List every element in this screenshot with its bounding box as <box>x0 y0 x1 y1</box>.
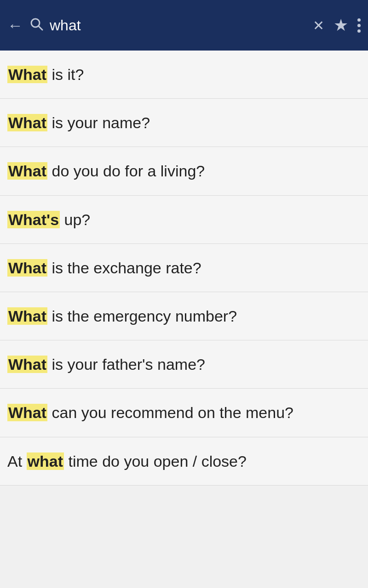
highlight: What <box>7 114 47 131</box>
result-text: What can you recommend on the menu? <box>7 404 293 421</box>
list-item[interactable]: At what time do you open / close? <box>0 437 368 486</box>
more-options-button[interactable] <box>357 18 361 33</box>
result-text: What's up? <box>7 211 90 228</box>
highlight: What <box>7 259 47 277</box>
result-text: What is it? <box>7 66 84 83</box>
list-item[interactable]: What do you do for a living? <box>0 147 368 195</box>
result-text: What is your father's name? <box>7 356 205 373</box>
header-actions: ✕ ★ <box>313 16 361 35</box>
list-item[interactable]: What is the exchange rate? <box>0 244 368 292</box>
highlight: What <box>7 66 47 83</box>
list-item[interactable]: What can you recommend on the menu? <box>0 389 368 437</box>
search-results: What is it? What is your name? What do y… <box>0 51 368 486</box>
search-icon <box>29 17 43 34</box>
clear-button[interactable]: ✕ <box>313 17 324 34</box>
result-text: What do you do for a living? <box>7 162 205 180</box>
result-text: What is your name? <box>7 114 150 131</box>
highlight: What <box>7 162 47 180</box>
result-text: What is the emergency number? <box>7 307 237 325</box>
list-item[interactable]: What is the emergency number? <box>0 292 368 340</box>
search-input[interactable] <box>50 17 306 34</box>
list-item[interactable]: What is your father's name? <box>0 340 368 389</box>
highlight: What <box>7 307 47 325</box>
bookmark-button[interactable]: ★ <box>334 16 348 35</box>
list-item[interactable]: What's up? <box>0 196 368 244</box>
highlight: What <box>7 356 47 373</box>
list-item[interactable]: What is it? <box>0 51 368 99</box>
highlight: What's <box>7 211 60 228</box>
list-item[interactable]: What is your name? <box>0 99 368 147</box>
back-button[interactable]: ← <box>7 17 23 34</box>
highlight: What <box>7 404 47 421</box>
search-header: ← ✕ ★ <box>0 0 368 51</box>
result-text: What is the exchange rate? <box>7 259 201 277</box>
result-text: At what time do you open / close? <box>7 452 247 470</box>
svg-line-1 <box>39 26 42 30</box>
highlight: what <box>27 452 64 470</box>
